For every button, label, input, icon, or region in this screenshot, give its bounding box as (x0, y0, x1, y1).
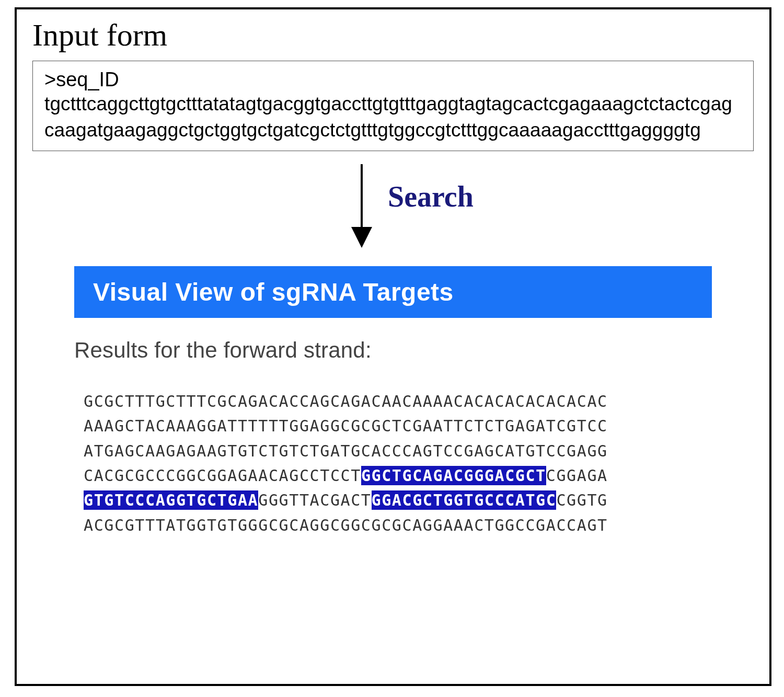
sgRNA-target-highlight: GTGTCCCAGGTGCTGAA (84, 490, 258, 510)
fasta-sequence-text: tgctttcaggcttgtgctttatatagtgacggtgaccttg… (44, 91, 742, 143)
sequence-line: CACGCGCCCGGCGGAGAACAGCCTCCTGGCTGCAGACGGG… (84, 463, 712, 488)
arrow-and-search-row: Search (32, 162, 754, 256)
sequence-text: GCGCTTTGCTTTCGCAGACACCAGCAGACAACAAAACACA… (84, 392, 608, 410)
results-area: Visual View of sgRNA Targets Results for… (74, 266, 712, 538)
sequence-line: GCGCTTTGCTTTCGCAGACACCAGCAGACAACAAAACACA… (84, 389, 712, 414)
sequence-input-box[interactable]: >seq_ID tgctttcaggcttgtgctttatatagtgacgg… (32, 61, 754, 151)
input-form-heading: Input form (32, 17, 754, 53)
sequence-text: ATGAGCAAGAGAAGTGTCTGTCTGATGCACCCAGTCCGAG… (84, 442, 608, 460)
figure-frame: Input form >seq_ID tgctttcaggcttgtgcttta… (15, 7, 771, 686)
sequence-line: ACGCGTTTATGGTGTGGGCGCAGGCGGCGCGCAGGAAACT… (84, 513, 712, 538)
sequence-text: ACGCGTTTATGGTGTGGGCGCAGGCGGCGCGCAGGAAACT… (84, 516, 608, 534)
sequence-text: AAAGCTACAAAGGATTTTTTGGAGGCGCGCTCGAATTCTC… (84, 417, 608, 435)
sequence-text: CGGAGA (546, 466, 608, 485)
sequence-text: GGGTTACGACT (258, 491, 371, 509)
sequence-line: AAAGCTACAAAGGATTTTTTGGAGGCGCGCTCGAATTCTC… (84, 414, 712, 438)
search-label[interactable]: Search (388, 180, 474, 213)
sgRNA-target-highlight: GGCTGCAGACGGGACGCT (361, 466, 546, 485)
sequence-result-block: GCGCTTTGCTTTCGCAGACACCAGCAGACAACAAAACACA… (84, 389, 712, 538)
results-banner: Visual View of sgRNA Targets (74, 266, 712, 318)
down-arrow-icon (346, 162, 377, 250)
svg-marker-1 (351, 227, 372, 248)
fasta-header-line: >seq_ID (44, 68, 742, 91)
sequence-text: CACGCGCCCGGCGGAGAACAGCCTCCT (84, 466, 361, 485)
results-subtitle: Results for the forward strand: (74, 338, 712, 363)
sequence-line: ATGAGCAAGAGAAGTGTCTGTCTGATGCACCCAGTCCGAG… (84, 439, 712, 463)
sgRNA-target-highlight: GGACGCTGGTGCCCATGC (372, 490, 557, 510)
sequence-text: CGGTG (556, 491, 607, 509)
sequence-line: GTGTCCCAGGTGCTGAAGGGTTACGACTGGACGCTGGTGC… (84, 488, 712, 512)
